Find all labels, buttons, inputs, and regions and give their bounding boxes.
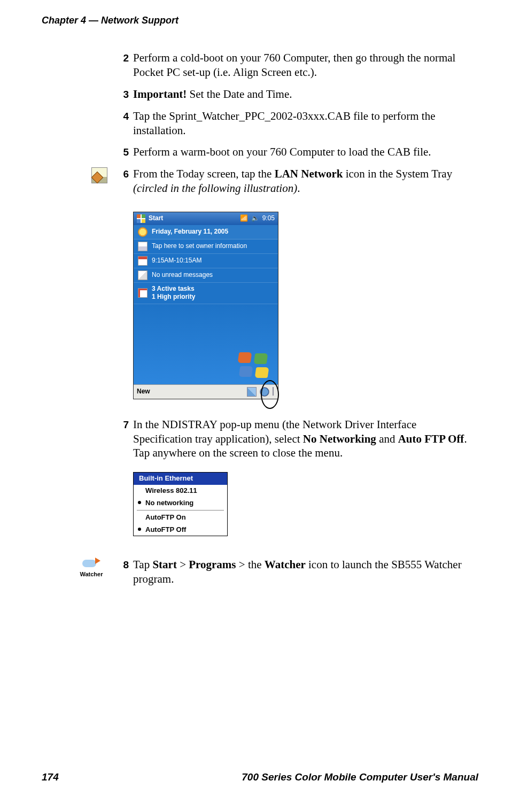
watcher-label: Watcher bbox=[265, 558, 306, 571]
step-number: 5 bbox=[114, 145, 129, 159]
watcher-icon-label: Watcher bbox=[76, 570, 106, 578]
new-button: New bbox=[137, 388, 150, 396]
step-6: 6 From the Today screen, tap the LAN Net… bbox=[114, 167, 478, 196]
signal-icon: 📶 bbox=[240, 214, 248, 222]
windows-logo-icon bbox=[238, 352, 270, 379]
owner-text: Tap here to set owner information bbox=[152, 242, 247, 250]
step-3: 3 Important! Set the Date and Time. bbox=[114, 87, 478, 102]
step-text: > bbox=[177, 558, 189, 571]
content: 2 Perform a cold-boot on your 760 Comput… bbox=[114, 51, 478, 586]
step-text: From the Today screen, tap the bbox=[133, 167, 275, 180]
chapter-label: Chapter 4 bbox=[42, 15, 86, 26]
ndistray-menu-figure: Built-in Ethernet Wireless 802.11 No net… bbox=[133, 472, 478, 536]
step-body: Tap Start > Programs > the Watcher icon … bbox=[133, 558, 478, 586]
step-text: > the bbox=[236, 558, 265, 571]
step-text: icon in the System Tray bbox=[343, 167, 452, 180]
step-number: 3 bbox=[114, 87, 129, 102]
step-5: 5 Perform a warm-boot on your 760 Comput… bbox=[114, 145, 478, 159]
today-background bbox=[134, 304, 278, 384]
running-head: Chapter 4 — Network Support bbox=[42, 15, 478, 26]
programs-label: Programs bbox=[189, 558, 236, 571]
step-number: 6 bbox=[114, 167, 129, 196]
mail-text: No unread messages bbox=[152, 271, 213, 279]
step-7: 7 In the NDISTRAY pop-up menu (the Netwo… bbox=[114, 417, 478, 461]
tasks-row: 3 Active tasks 1 High priority bbox=[134, 283, 278, 304]
owner-icon bbox=[138, 242, 148, 251]
step-body: Perform a warm-boot on your 760 Computer… bbox=[133, 145, 478, 159]
step-body: Tap the Sprint_Watcher_PPC_2002-03xxx.CA… bbox=[133, 109, 478, 138]
mail-row: No unread messages bbox=[134, 268, 278, 283]
today-screen-figure: Start 📶 🔈 9:05 Friday, February 11, 2005… bbox=[133, 212, 478, 399]
menu-header: Built-in Ethernet bbox=[134, 473, 227, 485]
menu-item-wireless: Wireless 802.11 bbox=[134, 485, 227, 497]
tasks-text: 3 Active tasks 1 High priority bbox=[152, 285, 195, 301]
step-number: 7 bbox=[114, 417, 129, 461]
step-text: Set the Date and Time. bbox=[187, 88, 292, 100]
lan-network-tray-icon bbox=[273, 387, 274, 396]
section-title: Network Support bbox=[101, 15, 178, 26]
start-label: Start bbox=[149, 214, 237, 222]
system-tray bbox=[247, 387, 275, 397]
titlebar: Start 📶 🔈 9:05 bbox=[134, 212, 278, 225]
date-row: Friday, February 11, 2005 bbox=[134, 225, 278, 239]
calendar-text: 9:15AM-10:15AM bbox=[152, 257, 201, 265]
tasks-line1: 3 Active tasks bbox=[152, 285, 195, 292]
important-label: Important! bbox=[133, 88, 187, 100]
dash: — bbox=[89, 15, 98, 26]
calendar-icon bbox=[138, 256, 148, 266]
title-tray: 📶 🔈 9:05 bbox=[240, 214, 275, 222]
watcher-icon-block: Watcher bbox=[76, 558, 106, 578]
mail-icon bbox=[138, 270, 148, 280]
step-body: From the Today screen, tap the LAN Netwo… bbox=[133, 167, 478, 196]
step-body: Important! Set the Date and Time. bbox=[133, 87, 478, 102]
page-number: 174 bbox=[42, 771, 59, 783]
weather-icon bbox=[138, 227, 148, 237]
step-text: and bbox=[376, 432, 398, 445]
owner-row: Tap here to set owner information bbox=[134, 239, 278, 254]
speaker-icon: 🔈 bbox=[251, 214, 259, 222]
manual-title: 700 Series Color Mobile Computer User's … bbox=[242, 771, 478, 783]
ndistray-menu: Built-in Ethernet Wireless 802.11 No net… bbox=[133, 472, 228, 536]
step-4: 4 Tap the Sprint_Watcher_PPC_2002-03xxx.… bbox=[114, 109, 478, 138]
date-text: Friday, February 11, 2005 bbox=[152, 228, 228, 236]
menu-item-autoftp-off: AutoFTP Off bbox=[134, 524, 227, 536]
step-body: Perform a cold-boot on your 760 Computer… bbox=[133, 51, 478, 80]
page: Chapter 4 — Network Support 2 Perform a … bbox=[0, 0, 520, 812]
taskbar: New bbox=[134, 384, 278, 399]
step-number: 8 bbox=[114, 558, 129, 586]
footer: 174 700 Series Color Mobile Computer Use… bbox=[42, 771, 478, 783]
step-number: 4 bbox=[114, 109, 129, 138]
connection-icon bbox=[247, 387, 257, 397]
pocketpc-screen: Start 📶 🔈 9:05 Friday, February 11, 2005… bbox=[133, 212, 278, 399]
menu-item-autoftp-on: AutoFTP On bbox=[134, 512, 227, 524]
menu-separator bbox=[137, 510, 224, 511]
tasks-icon bbox=[138, 288, 148, 298]
step-number: 2 bbox=[114, 51, 129, 80]
clock: 9:05 bbox=[262, 214, 275, 222]
step-text: . bbox=[297, 182, 300, 195]
lan-network-label: LAN Network bbox=[275, 167, 343, 180]
start-label: Start bbox=[152, 558, 177, 571]
lan-network-icon bbox=[91, 167, 107, 183]
windows-flag-icon bbox=[137, 214, 145, 223]
illustration-note: (circled in the following illustration) bbox=[133, 182, 297, 195]
step-2: 2 Perform a cold-boot on your 760 Comput… bbox=[114, 51, 478, 80]
auto-ftp-off-label: Auto FTP Off bbox=[398, 432, 464, 445]
step-8: Watcher 8 Tap Start > Programs > the Wat… bbox=[114, 558, 478, 586]
watcher-icon bbox=[82, 558, 100, 569]
step-body: In the NDISTRAY pop-up menu (the Network… bbox=[133, 417, 478, 461]
no-networking-label: No Networking bbox=[303, 432, 376, 445]
calendar-row: 9:15AM-10:15AM bbox=[134, 254, 278, 268]
menu-item-no-networking: No networking bbox=[134, 497, 227, 509]
globe-icon bbox=[260, 387, 269, 397]
step-text: Tap bbox=[133, 558, 152, 571]
tasks-line2: 1 High priority bbox=[152, 293, 195, 300]
